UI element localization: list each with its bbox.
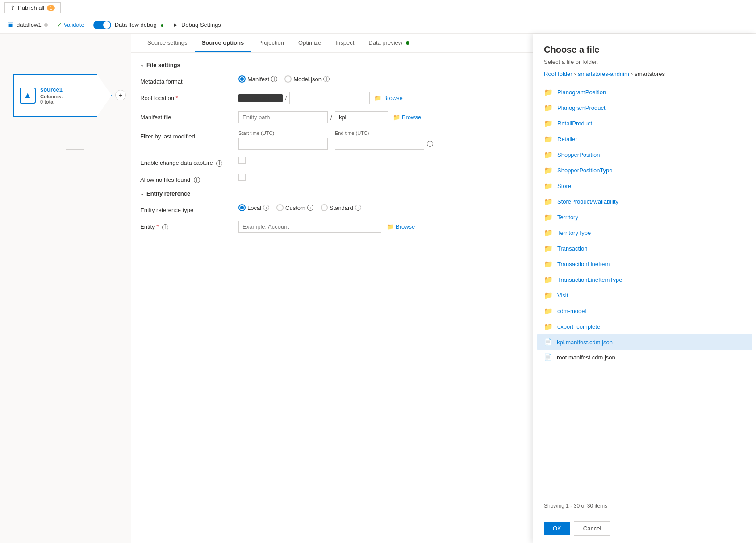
radio-standard[interactable]: Standard i [321, 204, 361, 211]
folder-name: TransactionLineItemType [557, 276, 622, 283]
file-chooser-title: Choose a file [544, 45, 745, 55]
file-settings-section-header[interactable]: ⌄ File settings [140, 62, 524, 68]
folder-icon: 📁 [544, 182, 553, 190]
folder-item-transaction[interactable]: 📁 Transaction [537, 241, 752, 256]
folder-name: TransactionLineItem [557, 261, 610, 267]
file-list: 📁 PlanogramPosition 📁 PlanogramProduct 📁… [533, 84, 756, 498]
folder-item-cdm-model[interactable]: 📁 cdm-model [537, 303, 752, 319]
folder-icon: 📁 [544, 213, 553, 221]
breadcrumb-root[interactable]: Root folder [544, 71, 572, 77]
custom-info-icon[interactable]: i [307, 205, 313, 211]
tab-inspect[interactable]: Inspect [328, 34, 361, 52]
file-item-kpi-manifest[interactable]: 📄 kpi.manifest.cdm.json [537, 334, 752, 350]
entity-ref-type-row: Entity reference type Local i Custom i [140, 204, 524, 213]
entity-reference-section-header[interactable]: ⌄ Entity reference [140, 190, 524, 197]
metadata-format-label: Metadata format [140, 75, 238, 85]
folder-item-store-product-availability[interactable]: 📁 StoreProductAvailability [537, 194, 752, 209]
tab-source-settings[interactable]: Source settings [140, 34, 195, 52]
kpi-input[interactable] [335, 111, 388, 123]
cancel-button[interactable]: Cancel [574, 521, 610, 536]
folder-icon: 📁 [544, 88, 553, 96]
browse-folder-icon: 📁 [374, 95, 381, 101]
folder-item-retail-product[interactable]: 📁 RetailProduct [537, 116, 752, 131]
folder-icon: 📁 [544, 322, 553, 331]
folder-item-transaction-line-item[interactable]: 📁 TransactionLineItem [537, 256, 752, 272]
root-browse-button[interactable]: 📁 Browse [372, 92, 404, 104]
radio-custom[interactable]: Custom i [276, 204, 313, 211]
dataflow-header: ▣ dataflow1 ✓ Validate Data flow debug ●… [0, 16, 756, 34]
debug-settings-button[interactable]: ► Debug Settings [173, 21, 221, 28]
canvas-area: ▲ source1 Columns: 0 total + [0, 34, 131, 543]
radio-local[interactable]: Local i [238, 204, 269, 211]
entity-browse-button[interactable]: 📁 Browse [385, 221, 417, 232]
source-node-info: source1 Columns: 0 total [40, 86, 97, 104]
model-json-info-icon[interactable]: i [323, 76, 330, 82]
end-time-item: End time (UTC) i [335, 130, 433, 150]
tab-optimize[interactable]: Optimize [291, 34, 328, 52]
folder-item-retailer[interactable]: 📁 Retailer [537, 131, 752, 147]
standard-info-icon[interactable]: i [355, 205, 361, 211]
folder-item-planogram-product[interactable]: 📁 PlanogramProduct [537, 100, 752, 116]
radio-manifest[interactable]: Manifest i [238, 75, 277, 83]
dataflow-name: dataflow1 [17, 21, 42, 28]
folder-item-territory-type[interactable]: 📁 TerritoryType [537, 225, 752, 241]
folder-item-shopper-position[interactable]: 📁 ShopperPosition [537, 147, 752, 163]
entity-input[interactable] [238, 221, 381, 233]
start-time-input[interactable] [238, 138, 328, 150]
local-info-icon[interactable]: i [263, 205, 269, 211]
end-time-controls: i [335, 138, 433, 150]
entity-path-input[interactable] [238, 111, 328, 123]
entity-chevron-icon: ⌄ [140, 191, 144, 196]
file-item-root-manifest[interactable]: 📄 root.manifest.cdm.json [537, 350, 752, 365]
folder-name: Visit [557, 292, 568, 299]
radio-standard-circle [321, 204, 328, 211]
end-time-input[interactable] [335, 138, 424, 150]
enable-cdc-checkbox[interactable] [238, 157, 246, 164]
required-asterisk: * [176, 95, 178, 101]
metadata-format-controls: Manifest i Model.json i [238, 75, 524, 83]
manifest-file-controls: / 📁 Browse [238, 111, 524, 123]
folder-item-shopper-position-type[interactable]: 📁 ShopperPositionType [537, 163, 752, 178]
publish-all-button[interactable]: ⇧ Publish all 1 [4, 2, 61, 13]
ok-button[interactable]: OK [544, 522, 570, 535]
publish-icon: ⇧ [10, 4, 15, 11]
folder-item-visit[interactable]: 📁 Visit [537, 288, 752, 303]
manifest-browse-button[interactable]: 📁 Browse [391, 112, 423, 123]
manifest-info-icon[interactable]: i [271, 76, 277, 82]
end-time-info-icon[interactable]: i [427, 141, 433, 147]
folder-name: cdm-model [557, 308, 586, 314]
folder-item-territory[interactable]: 📁 Territory [537, 209, 752, 225]
entity-reference-label: Entity reference [146, 190, 190, 197]
radio-model-json-circle [284, 75, 292, 83]
allow-no-files-checkbox[interactable] [238, 174, 246, 181]
entity-required: * [156, 223, 159, 230]
source-node[interactable]: ▲ source1 Columns: 0 total [13, 74, 112, 117]
validate-button[interactable]: ✓ Validate [57, 21, 84, 29]
folder-name: PlanogramProduct [557, 104, 606, 111]
file-count: Showing 1 - 30 of 30 items [533, 498, 756, 514]
entity-browse-folder-icon: 📁 [387, 223, 394, 230]
tab-data-preview[interactable]: Data preview [361, 34, 417, 52]
enable-cdc-label: Enable change data capture i [140, 157, 238, 167]
folder-item-store[interactable]: 📁 Store [537, 178, 752, 194]
unsaved-indicator [44, 23, 48, 27]
folder-item-planogram-position[interactable]: 📁 PlanogramPosition [537, 84, 752, 100]
allow-no-files-info-icon[interactable]: i [194, 177, 200, 183]
folder-item-export-complete[interactable]: 📁 export_complete [537, 319, 752, 334]
debug-toggle-switch[interactable] [93, 21, 111, 29]
folder-icon: 📁 [544, 260, 553, 268]
breadcrumb-level1[interactable]: smartstores-andriim [578, 71, 629, 77]
file-chooser-panel: Choose a file Select a file or folder. R… [533, 34, 756, 543]
radio-model-json[interactable]: Model.json i [284, 75, 330, 83]
cdc-info-icon[interactable]: i [216, 160, 222, 167]
root-value2-input[interactable]: smartstores [289, 92, 370, 104]
entity-info-icon[interactable]: i [162, 224, 168, 230]
tab-source-options[interactable]: Source options [195, 34, 251, 52]
tab-projection[interactable]: Projection [251, 34, 291, 52]
main-area: ▲ source1 Columns: 0 total + Source sett… [0, 34, 756, 543]
entity-label: Entity * i [140, 221, 238, 230]
add-node-button[interactable]: + [115, 90, 126, 100]
folder-icon: 📁 [544, 197, 553, 206]
folder-item-transaction-line-item-type[interactable]: 📁 TransactionLineItemType [537, 272, 752, 288]
breadcrumb-sep1: › [574, 71, 576, 77]
